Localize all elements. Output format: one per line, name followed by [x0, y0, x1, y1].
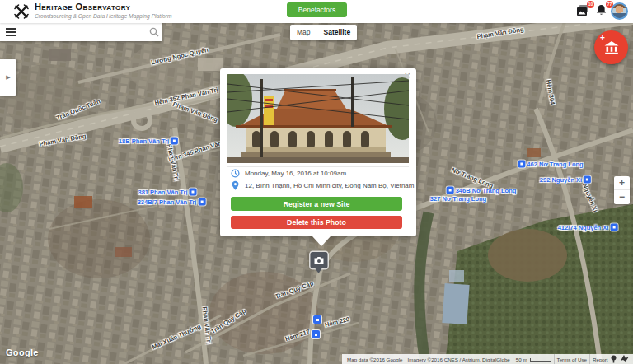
camera-icon: [314, 256, 325, 264]
register-new-site-button[interactable]: Register a new Site: [231, 197, 402, 211]
crane-icon: [621, 355, 629, 362]
poi-label-text: 18B Phan Văn Trị: [119, 138, 169, 145]
photo-location-marker[interactable]: [312, 330, 320, 338]
map-type-toggle: Map Satellite: [290, 25, 357, 40]
report-map-error-link[interactable]: Report a map error: [590, 357, 608, 362]
poi-marker-icon[interactable]: [584, 176, 591, 184]
poi-label[interactable]: 462 Nơ Trang Long: [518, 161, 583, 168]
menu-hamburger-icon[interactable]: [6, 31, 16, 33]
poi-label-text: 327 Nơ Trang Long: [430, 195, 486, 203]
map-type-map-button[interactable]: Map: [290, 25, 317, 40]
search-input[interactable]: [21, 23, 147, 41]
poi-label-text: 412/74 Nguyễn Xí: [558, 224, 609, 231]
poi-label[interactable]: 381 Phan Văn Trị: [138, 189, 196, 196]
heritage-observatory-app: Lương Ngọc Quyến Phạm Văn Đồng Phạm Văn …: [0, 0, 633, 364]
heritage-photo: [227, 74, 409, 163]
poi-label-text: 462 Nơ Trang Long: [527, 161, 583, 168]
poi-label[interactable]: 292 Nguyễn Xí: [540, 176, 591, 184]
poi-marker-icon[interactable]: [190, 189, 197, 196]
poi-label[interactable]: 346B Nơ Trang Long: [447, 187, 517, 194]
map-data-credit: Map data ©2016 Google: [345, 357, 406, 362]
poi-label-text: 381 Phan Văn Trị: [138, 189, 187, 196]
search-panel: [0, 23, 162, 41]
scale-bar: [530, 358, 551, 362]
photos-button[interactable]: 10: [576, 3, 590, 17]
search-icon[interactable]: [149, 27, 159, 37]
poi-marker-icon[interactable]: [610, 224, 617, 231]
imagery-credit: Imagery ©2016 CNES / Astrium, DigitalGlo…: [406, 357, 513, 362]
divider: [227, 166, 409, 167]
photo-info-popup: ×: [220, 68, 416, 236]
notifications-button[interactable]: 77: [595, 3, 609, 17]
sidebar-expand-button[interactable]: ▶: [0, 59, 16, 96]
museum-icon: [603, 40, 620, 56]
poi-label[interactable]: 18B Phan Văn Trị: [119, 138, 178, 145]
poi-marker-icon[interactable]: [171, 138, 178, 145]
timestamp-row: Monday, May 16, 2016 at 10:09am: [231, 169, 346, 178]
google-logo[interactable]: Google: [6, 348, 39, 357]
add-heritage-site-button[interactable]: +: [594, 30, 628, 64]
clock-icon: [231, 169, 240, 178]
poi-marker-icon[interactable]: [447, 187, 454, 194]
app-title: Heritage Observatory: [35, 2, 172, 12]
poi-label[interactable]: 334B/7 Phan Văn Trị: [138, 198, 206, 206]
poi-marker-icon[interactable]: [198, 198, 205, 206]
app-subtitle: Crowdsourcing & Open Data Heritage Mappi…: [35, 13, 172, 19]
photos-badge: 10: [587, 1, 594, 8]
photo-address: 12, Bình Thạnh, Hồ Chí Minh city, Đông N…: [245, 182, 414, 189]
poi-label[interactable]: 412/74 Nguyễn Xí: [558, 224, 618, 231]
scale-label: 50 m: [513, 357, 554, 362]
delete-photo-button[interactable]: Delete this Photo: [231, 216, 402, 229]
map-type-satellite-button[interactable]: Satellite: [317, 25, 358, 40]
heritage-tools-logo-icon: [13, 3, 30, 20]
benefactors-button[interactable]: Benefactors: [287, 2, 347, 17]
camera-marker[interactable]: [311, 252, 328, 268]
zoom-in-button[interactable]: +: [614, 176, 630, 190]
poi-label-text: 292 Nguyễn Xí: [540, 176, 582, 184]
heritage-photo-image: [227, 74, 409, 163]
poi-marker-icon[interactable]: [518, 161, 525, 168]
photo-location-marker[interactable]: [313, 315, 321, 324]
app-header: Heritage Observatory Crowdsourcing & Ope…: [0, 0, 633, 23]
location-pin-icon: [231, 180, 240, 191]
poi-label-text: 334B/7 Phan Văn Trị: [138, 198, 197, 206]
poi-label-text: 346B Nơ Trang Long: [456, 187, 517, 194]
zoom-control: + −: [614, 176, 630, 204]
user-avatar[interactable]: [611, 2, 628, 20]
tree-icon: [610, 355, 617, 363]
zoom-out-button[interactable]: −: [614, 190, 630, 204]
poi-label[interactable]: 327 Nơ Trang Long: [430, 195, 486, 203]
terms-of-use-link[interactable]: Terms of Use: [555, 357, 589, 362]
map-attribution-bar: Map data ©2016 Google Imagery ©2016 CNES…: [342, 354, 633, 364]
corner-icons: [608, 355, 631, 363]
title-block: Heritage Observatory Crowdsourcing & Ope…: [35, 2, 172, 19]
address-row: 12, Bình Thạnh, Hồ Chí Minh city, Đông N…: [231, 180, 414, 191]
photo-timestamp: Monday, May 16, 2016 at 10:09am: [245, 170, 346, 177]
